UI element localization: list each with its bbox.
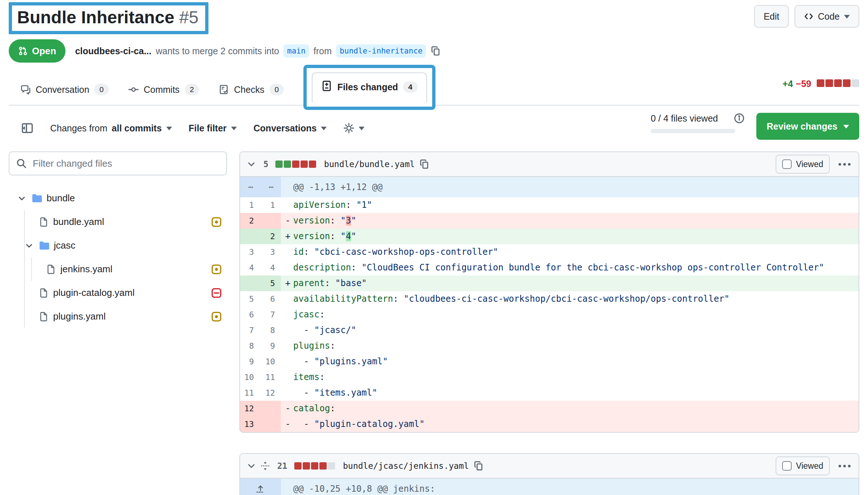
- new-line-number[interactable]: 9: [261, 338, 281, 354]
- tree-item-plugin-catalog.yaml[interactable]: plugin-catalog.yaml: [9, 281, 227, 305]
- diff-settings-dropdown[interactable]: [343, 123, 365, 134]
- file-path[interactable]: bundle/jcasc/jenkins.yaml: [343, 461, 469, 471]
- file-diff-icon: [321, 80, 332, 94]
- changes-from-dropdown[interactable]: Changes from all commits: [50, 123, 172, 134]
- sidebar-collapse-icon[interactable]: [21, 122, 33, 134]
- new-line-number[interactable]: 3: [261, 244, 281, 260]
- chevron-down-icon[interactable]: [17, 194, 31, 203]
- pr-author[interactable]: cloudbees-ci-ca...: [75, 46, 151, 56]
- old-line-number[interactable]: 4: [240, 260, 261, 276]
- old-line-number[interactable]: 9: [240, 354, 261, 369]
- tree-item-jcasc[interactable]: jcasc: [9, 234, 227, 257]
- chevron-down-icon[interactable]: [25, 241, 39, 250]
- old-line-number[interactable]: 11: [240, 385, 261, 401]
- search-icon: [16, 158, 27, 169]
- conversations-dropdown[interactable]: Conversations: [254, 123, 327, 134]
- review-changes-button[interactable]: Review changes: [756, 113, 859, 140]
- old-line-number[interactable]: 12: [240, 401, 261, 416]
- commits-count: 2: [185, 84, 199, 95]
- kebab-menu-icon[interactable]: [837, 160, 852, 169]
- code-content: -catalog:: [281, 401, 859, 416]
- file-filter-box: [9, 151, 227, 175]
- tree-item-plugins.yaml[interactable]: plugins.yaml: [9, 305, 227, 328]
- expand-up-icon[interactable]: [240, 479, 281, 495]
- diff-line: 44description: "CloudBees CI configurati…: [240, 260, 859, 276]
- tab-conversation[interactable]: Conversation 0: [20, 84, 109, 105]
- old-line-number[interactable]: [240, 229, 261, 244]
- copy-branch-icon[interactable]: [430, 46, 441, 56]
- head-branch-label[interactable]: bundle-inheritance: [336, 44, 426, 58]
- old-line-number[interactable]: 8: [240, 338, 261, 354]
- new-line-number[interactable]: 11: [261, 369, 281, 385]
- code-content: availabilityPattern: "cloudbees-ci-casc-…: [281, 291, 859, 307]
- edit-button[interactable]: Edit: [754, 5, 789, 28]
- viewed-toggle-button[interactable]: Viewed: [776, 155, 830, 174]
- tree-item-jenkins.yaml[interactable]: jenkins.yaml: [9, 257, 227, 281]
- new-line-number[interactable]: 4: [261, 260, 281, 276]
- diff-table: ⋯ ⋯ @@ -1,13 +1,12 @@ 11apiVersion: "1"2…: [240, 177, 859, 432]
- new-line-number[interactable]: 2: [261, 229, 281, 244]
- old-line-number[interactable]: 5: [240, 291, 261, 307]
- new-line-number[interactable]: [261, 416, 281, 432]
- viewed-checkbox[interactable]: [782, 461, 792, 471]
- file-path[interactable]: bundle/bundle.yaml: [324, 159, 415, 169]
- annotation-box-title: Bundle Inheritance #5: [9, 2, 208, 34]
- unfold-file-icon[interactable]: [260, 461, 270, 471]
- new-line-number[interactable]: [261, 213, 281, 229]
- diffstat-square-neutral: [852, 79, 859, 87]
- copy-path-icon[interactable]: [473, 461, 483, 471]
- file-icon: [39, 288, 49, 298]
- diffstat-square-del: [309, 161, 316, 168]
- old-line-number[interactable]: 10: [240, 369, 261, 385]
- old-line-number[interactable]: 2: [240, 213, 261, 229]
- diffstat-square-del: [817, 79, 824, 87]
- new-line-number[interactable]: [261, 401, 281, 416]
- status-row: Open cloudbees-ci-ca... wants to merge 2…: [9, 39, 859, 63]
- diff-line: 5+parent: "base": [240, 276, 859, 291]
- code-content: jcasc:: [281, 307, 859, 322]
- diff-line: 12-catalog:: [240, 401, 859, 416]
- tab-commits[interactable]: Commits 2: [128, 84, 199, 105]
- kebab-menu-icon[interactable]: [837, 462, 852, 470]
- old-line-number[interactable]: 3: [240, 244, 261, 260]
- viewed-checkbox[interactable]: [782, 159, 792, 169]
- new-line-number[interactable]: 10: [261, 354, 281, 369]
- chevron-down-icon[interactable]: [247, 461, 256, 471]
- tree-item-bundle[interactable]: bundle: [9, 186, 227, 210]
- info-icon[interactable]: [734, 113, 745, 124]
- old-line-number[interactable]: 6: [240, 307, 261, 322]
- new-line-number[interactable]: 1: [261, 197, 281, 213]
- tree-item-bundle.yaml[interactable]: bundle.yaml: [9, 210, 227, 234]
- diff-line: 11apiVersion: "1": [240, 197, 859, 213]
- new-line-number[interactable]: 12: [261, 385, 281, 401]
- diff-table: @@ -10,25 +10,8 @@ jenkins:: [240, 479, 859, 495]
- file-filter-dropdown[interactable]: File filter: [189, 123, 237, 134]
- expand-hunk-gutter[interactable]: ⋯: [261, 177, 281, 197]
- code-content: - "plugins.yaml": [281, 354, 859, 369]
- tree-indent-guide: [31, 258, 32, 281]
- base-branch-label[interactable]: main: [283, 44, 309, 58]
- code-content: plugins:: [281, 338, 859, 354]
- old-line-number[interactable]: 13: [240, 416, 261, 432]
- file-icon: [39, 217, 49, 227]
- expand-hunk-gutter[interactable]: ⋯: [240, 177, 261, 197]
- filter-changed-files-input[interactable]: [33, 158, 220, 169]
- files-changed-count: 4: [403, 81, 418, 93]
- new-line-number[interactable]: 5: [261, 276, 281, 291]
- old-line-number[interactable]: [240, 276, 261, 291]
- tab-checks[interactable]: Checks 0: [219, 84, 284, 105]
- new-line-number[interactable]: 7: [261, 307, 281, 322]
- diff-panels: 5 bundle/bundle.yaml Viewed ⋯: [239, 151, 859, 495]
- chevron-down-icon: [321, 127, 327, 133]
- old-line-number[interactable]: 1: [240, 197, 261, 213]
- old-line-number[interactable]: 7: [240, 322, 261, 338]
- merge-sentence: cloudbees-ci-ca... wants to merge 2 comm…: [75, 44, 441, 58]
- tab-files-changed[interactable]: Files changed 4: [312, 72, 427, 102]
- new-line-number[interactable]: 8: [261, 322, 281, 338]
- copy-path-icon[interactable]: [419, 159, 429, 169]
- chevron-down-icon[interactable]: [247, 159, 256, 169]
- code-button[interactable]: Code: [795, 5, 859, 28]
- folder-icon: [39, 240, 49, 251]
- new-line-number[interactable]: 6: [261, 291, 281, 307]
- viewed-toggle-button[interactable]: Viewed: [776, 456, 830, 475]
